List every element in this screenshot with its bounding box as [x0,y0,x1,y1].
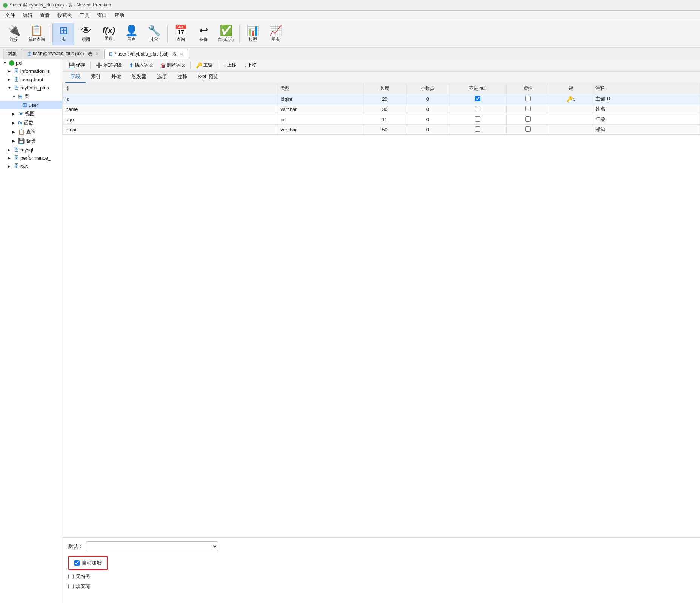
new-query-icon: 📋 [30,25,43,36]
menu-view[interactable]: 查看 [36,11,54,20]
sidebar-label-user: user [29,102,38,108]
toolbar-table[interactable]: ⊞ 表 [52,23,74,45]
table-row[interactable]: idbigint200🔑1主键ID [63,94,700,104]
toolbar-view-label: 视图 [82,37,90,42]
cell-notnull[interactable] [449,125,506,135]
sidebar-item-queries-folder[interactable]: ▶ 📋 查询 [0,127,62,136]
tab-object[interactable]: 对象 [3,49,22,59]
notnull-checkbox[interactable] [475,106,480,111]
db-icon-info: 🗄 [14,68,19,74]
sub-tab-foreign-key[interactable]: 外键 [106,71,126,83]
sidebar-item-tables-folder[interactable]: ▼ ⊞ 表 [0,92,62,101]
toolbar-model[interactable]: 📊 模型 [242,23,264,45]
toolbar-backup[interactable]: ↩ 备份 [192,23,214,45]
unsigned-checkbox[interactable] [68,574,74,579]
toolbar-user-label: 用户 [127,37,135,42]
zerofill-checkbox[interactable] [68,584,74,589]
menu-help[interactable]: 帮助 [111,11,128,20]
cell-type: int [277,114,363,125]
cell-notnull[interactable] [449,114,506,125]
move-down-button[interactable]: ↓ 下移 [241,61,260,69]
move-down-label: 下移 [248,62,257,68]
cell-comment: 姓名 [592,104,700,114]
sidebar-item-user-table[interactable]: ⊞ user [0,101,62,109]
virtual-checkbox[interactable] [525,116,531,122]
db-icon-performance: 🗄 [14,155,19,161]
sub-tab-index[interactable]: 索引 [86,71,106,83]
move-up-button[interactable]: ↑ 上移 [220,61,239,69]
notnull-checkbox[interactable] [475,126,480,132]
sec-sep-1 [90,62,91,69]
cell-virtual[interactable] [506,104,549,114]
table-row[interactable]: ageint110年龄 [63,114,700,125]
key-number: 1 [573,97,575,102]
virtual-checkbox[interactable] [525,106,531,111]
expand-functions: ▶ [12,121,17,125]
auto-increment-checkbox[interactable] [74,560,80,566]
sub-tab-fields[interactable]: 字段 [65,71,86,83]
toolbar-new-query-label: 新建查询 [28,37,45,42]
sub-tab-comment[interactable]: 注释 [172,71,192,83]
default-select[interactable] [86,541,218,551]
sidebar-item-jeecg-boot[interactable]: ▶ 🗄 jeecg-boot [0,75,62,83]
save-icon: 💾 [68,62,75,68]
toolbar-connect[interactable]: 🔌 连接 [3,23,25,45]
secondary-toolbar: 💾 保存 ➕ 添加字段 ⬆ 插入字段 🗑 删除字段 🔑 主键 [62,59,700,72]
tab-table-edit[interactable]: ⊞ * user @mybatis_plus (pxl) - 表 ✕ [104,49,188,59]
virtual-checkbox[interactable] [525,96,531,101]
cell-notnull[interactable] [449,94,506,104]
sidebar-item-functions-folder[interactable]: ▶ fx 函数 [0,118,62,127]
cell-virtual[interactable] [506,125,549,135]
table-row[interactable]: emailvarchar500邮箱 [63,125,700,135]
sidebar-item-mybatis-plus[interactable]: ▼ 🗄 mybatis_plus [0,83,62,92]
toolbar-autorun[interactable]: ✅ 自动运行 [215,23,237,45]
delete-field-button[interactable]: 🗑 删除字段 [157,61,188,69]
add-field-button[interactable]: ➕ 添加字段 [93,61,125,69]
notnull-checkbox[interactable] [475,96,480,101]
toolbar-other[interactable]: 🔧 其它 [143,23,165,45]
sidebar-item-performance[interactable]: ▶ 🗄 performance_ [0,154,62,162]
cell-notnull[interactable] [449,104,506,114]
chart-icon: 📈 [269,25,282,36]
insert-field-button[interactable]: ⬆ 插入字段 [126,61,156,69]
expand-mysql: ▶ [8,148,12,152]
sidebar-item-mysql[interactable]: ▶ 🗄 mysql [0,145,62,154]
sidebar-item-views-folder[interactable]: ▶ 👁 视图 [0,109,62,118]
toolbar-user[interactable]: 👤 用户 [120,23,142,45]
sub-tab-sql-preview[interactable]: SQL 预览 [192,71,224,83]
sidebar-item-backups-folder[interactable]: ▶ 💾 备份 [0,136,62,145]
toolbar-model-label: 模型 [249,37,257,42]
menu-favorites[interactable]: 收藏夹 [54,11,76,20]
function-icon: f(x) [102,26,115,35]
sidebar-item-information-s[interactable]: ▶ 🗄 information_s [0,67,62,75]
toolbar-query[interactable]: 📅 查询 [170,23,192,45]
menu-tools[interactable]: 工具 [76,11,93,20]
toolbar-function[interactable]: f(x) 函数 [98,23,120,45]
sub-tab-options[interactable]: 选项 [152,71,172,83]
toolbar-view[interactable]: 👁 视图 [75,23,97,45]
auto-increment-label: 自动递增 [82,560,102,566]
tab-table-edit-close[interactable]: ✕ [180,52,183,56]
menu-window[interactable]: 窗口 [93,11,111,20]
cell-comment: 邮箱 [592,125,700,135]
expand-mybatis: ▼ [8,86,12,90]
expand-info: ▶ [8,69,12,73]
tab-table-saved[interactable]: ⊞ user @mybatis_plus (pxl) - 表 ✕ [23,49,103,59]
menu-edit[interactable]: 编辑 [19,11,36,20]
delete-field-icon: 🗑 [160,62,166,68]
save-button[interactable]: 💾 保存 [65,61,88,69]
table-row[interactable]: namevarchar300姓名 [63,104,700,114]
cell-virtual[interactable] [506,114,549,125]
toolbar-new-query[interactable]: 📋 新建查询 [26,23,48,45]
tab-table-saved-close[interactable]: ✕ [95,52,98,56]
menu-file[interactable]: 文件 [2,11,19,20]
cell-virtual[interactable] [506,94,549,104]
toolbar-chart[interactable]: 📈 图表 [265,23,286,45]
notnull-checkbox[interactable] [475,116,480,122]
virtual-checkbox[interactable] [525,126,531,132]
primary-key-button[interactable]: 🔑 主键 [193,61,215,69]
sub-tab-trigger[interactable]: 触发器 [126,71,152,83]
pxl-dot-icon [9,60,14,66]
sidebar-item-sys[interactable]: ▶ 🗄 sys [0,162,62,170]
sidebar-item-pxl[interactable]: ▼ pxl [0,59,62,67]
